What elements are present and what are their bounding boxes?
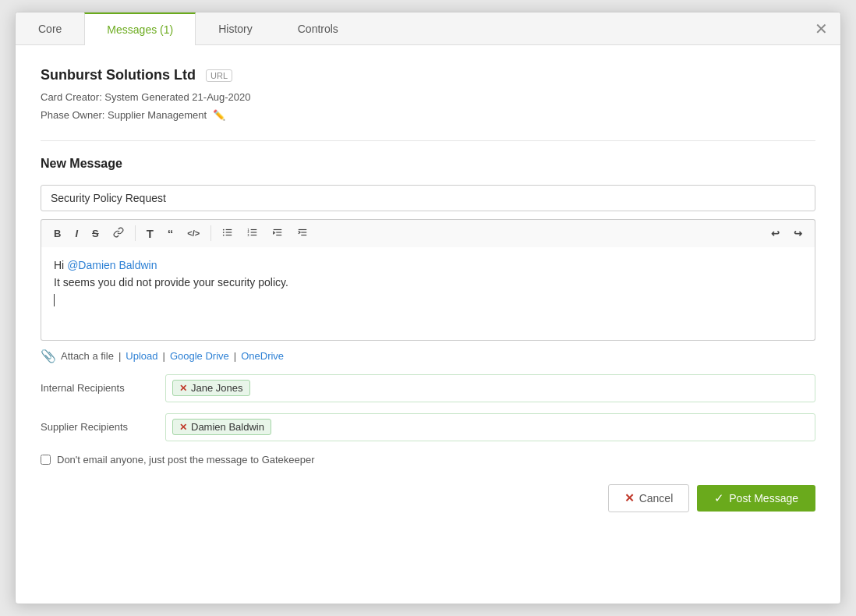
attach-sep-3: |: [234, 350, 236, 362]
redo-button[interactable]: ↪: [787, 224, 808, 243]
toolbar-sep-1: [135, 225, 136, 241]
svg-rect-2: [226, 235, 232, 235]
attach-sep-2: |: [163, 350, 165, 362]
no-email-row: Don't email anyone, just post the messag…: [41, 454, 815, 466]
cancel-button[interactable]: ✕ Cancel: [608, 484, 690, 512]
section-title: New Message: [41, 157, 815, 171]
message-line-2: It seems you did not provide your securi…: [54, 274, 802, 291]
url-badge: URL: [206, 69, 232, 82]
post-label: Post Message: [729, 492, 798, 504]
outdent-button[interactable]: [266, 223, 289, 244]
no-email-checkbox[interactable]: [41, 455, 51, 465]
supplier-recipient-tag: ✕ Damien Baldwin: [172, 419, 271, 435]
cancel-label: Cancel: [639, 492, 674, 504]
close-button[interactable]: ✕: [815, 21, 828, 37]
editor-toolbar: B I S T “ </> 123 ↩ ↪: [41, 219, 815, 247]
edit-phase-icon[interactable]: ✏️: [213, 109, 225, 121]
attach-sep-1: |: [118, 350, 121, 362]
remove-damien-baldwin[interactable]: ✕: [179, 422, 187, 433]
company-name: Sunburst Solutions Ltd URL: [41, 67, 815, 83]
tab-bar: Core Messages (1) History Controls ✕: [16, 12, 840, 45]
message-editor[interactable]: Hi @Damien Baldwin It seems you did not …: [41, 247, 815, 341]
tab-controls[interactable]: Controls: [275, 12, 361, 45]
subject-input[interactable]: [41, 185, 815, 211]
svg-rect-0: [226, 229, 232, 230]
divider: [41, 140, 815, 141]
modal-body: Sunburst Solutions Ltd URL Card Creator:…: [16, 45, 840, 534]
cancel-icon: ✕: [624, 491, 635, 505]
google-drive-link[interactable]: Google Drive: [170, 350, 229, 362]
quote-button[interactable]: “: [161, 223, 180, 244]
heading-button[interactable]: T: [140, 223, 160, 244]
svg-rect-8: [251, 235, 257, 235]
modal-container: Core Messages (1) History Controls ✕ Sun…: [15, 12, 841, 604]
company-header: Sunburst Solutions Ltd URL Card Creator:…: [41, 67, 815, 125]
internal-recipient-tag: ✕ Jane Jones: [172, 380, 250, 396]
onedrive-link[interactable]: OneDrive: [241, 350, 284, 362]
damien-baldwin-name: Damien Baldwin: [191, 421, 264, 433]
jane-jones-name: Jane Jones: [191, 382, 243, 394]
ol-button[interactable]: 123: [241, 223, 264, 244]
undo-button[interactable]: ↩: [765, 224, 786, 243]
attach-icon: 📎: [41, 349, 56, 363]
internal-recipients-box[interactable]: ✕ Jane Jones: [165, 374, 815, 402]
indent-button[interactable]: [291, 223, 314, 244]
supplier-recipients-row: Supplier Recipients ✕ Damien Baldwin: [41, 413, 815, 441]
upload-link[interactable]: Upload: [126, 350, 157, 362]
svg-point-3: [223, 228, 225, 230]
svg-rect-6: [251, 229, 257, 230]
bold-button[interactable]: B: [48, 224, 67, 243]
strikethrough-button[interactable]: S: [86, 224, 105, 243]
tab-messages[interactable]: Messages (1): [84, 12, 196, 45]
toolbar-sep-2: [210, 225, 211, 241]
tab-core[interactable]: Core: [16, 12, 84, 45]
action-row: ✕ Cancel ✓ Post Message: [41, 484, 815, 512]
attach-label: Attach a file: [61, 350, 114, 362]
tab-history[interactable]: History: [196, 12, 275, 45]
supplier-recipients-label: Supplier Recipients: [41, 421, 165, 433]
svg-point-5: [223, 234, 225, 235]
svg-point-4: [223, 232, 225, 233]
attach-bar: 📎 Attach a file | Upload | Google Drive …: [41, 349, 815, 363]
ul-button[interactable]: [216, 223, 239, 244]
post-message-button[interactable]: ✓ Post Message: [697, 485, 815, 512]
code-button[interactable]: </>: [181, 225, 206, 242]
no-email-label: Don't email anyone, just post the messag…: [57, 454, 315, 466]
mention: @Damien Baldwin: [67, 259, 157, 271]
svg-rect-1: [226, 232, 232, 232]
svg-text:3: 3: [248, 233, 249, 236]
link-button[interactable]: [107, 223, 130, 244]
phase-owner: Phase Owner: Supplier Management ✏️: [41, 106, 815, 124]
svg-rect-7: [251, 232, 257, 232]
supplier-recipients-box[interactable]: ✕ Damien Baldwin: [165, 413, 815, 441]
internal-recipients-row: Internal Recipients ✕ Jane Jones: [41, 374, 815, 402]
internal-recipients-label: Internal Recipients: [41, 382, 165, 394]
check-icon: ✓: [714, 491, 724, 505]
remove-jane-jones[interactable]: ✕: [179, 383, 187, 394]
cursor-line-container: [54, 292, 802, 309]
cursor: [54, 294, 55, 306]
italic-button[interactable]: I: [69, 224, 84, 243]
message-line-1: Hi @Damien Baldwin: [54, 257, 802, 274]
card-creator: Card Creator: System Generated 21-Aug-20…: [41, 88, 815, 106]
